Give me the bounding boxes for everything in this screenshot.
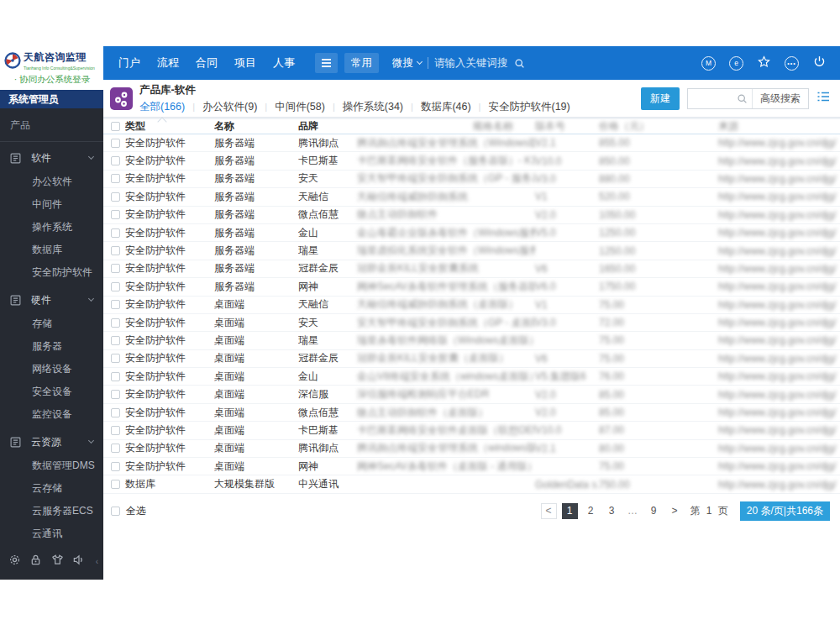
table-row[interactable]: 安全防护软件 服务器端 微点佰慧 微点主动防御软件 V2.0 1050.00 h… bbox=[103, 207, 840, 224]
select-all-control[interactable]: 全选 bbox=[111, 504, 146, 518]
table-row[interactable]: 安全防护软件 桌面端 冠群金辰 冠群金辰KILL安全胶囊（桌面版） V6 75.… bbox=[103, 350, 840, 368]
tab-5[interactable]: 安全防护软件(19) bbox=[488, 100, 570, 114]
table-row[interactable]: 安全防护软件 桌面端 金山 金山V8终端安全系统（windows桌面版） V5.… bbox=[103, 368, 840, 386]
table-row[interactable]: 安全防护软件 服务器端 网神 网神SecAV杀毒软件管理系统（服务器版） V6.… bbox=[103, 278, 840, 296]
advanced-search-button[interactable]: 高级搜索 bbox=[752, 89, 808, 108]
table-row[interactable]: 安全防护软件 桌面端 网神 网神SecAV杀毒软件（桌面版 - 通用版） 75.… bbox=[103, 458, 840, 475]
row-checkbox[interactable] bbox=[111, 372, 120, 381]
row-checkbox[interactable] bbox=[111, 139, 120, 148]
col-header-spec[interactable]: 规格名称 bbox=[357, 119, 535, 134]
table-row[interactable]: 安全防护软件 桌面端 腾讯御点 腾讯御点终端安全管理系统（windows版）- … bbox=[103, 440, 840, 458]
menu-hamburger-button[interactable] bbox=[315, 53, 338, 73]
page-button-3[interactable]: 3 bbox=[604, 503, 620, 519]
sidebar-item-1-4[interactable]: 监控设备 bbox=[0, 403, 103, 426]
lock-icon[interactable] bbox=[29, 554, 42, 570]
row-checkbox[interactable] bbox=[111, 318, 120, 328]
sidebar-collapse-icon[interactable]: ‹ bbox=[94, 557, 100, 566]
sidebar-item-2-3[interactable]: 云通讯 bbox=[0, 522, 103, 545]
favorites-menu-button[interactable]: 常用 bbox=[344, 53, 379, 73]
m-app-icon[interactable]: M bbox=[701, 56, 716, 71]
table-row[interactable]: 安全防护软件 服务器端 瑞星 瑞星虚拟化系统安全软件（Windows服务器版） … bbox=[103, 242, 840, 260]
sidebar-item-1-1[interactable]: 服务器 bbox=[0, 335, 103, 358]
table-row[interactable]: 安全防护软件 桌面端 天融信 天融信终端威胁防御系统（桌面版） V1 75.00… bbox=[103, 297, 840, 314]
table-row[interactable]: 安全防护软件 桌面端 瑞星 瑞星杀毒软件网络版（Windows桌面版） 75.0… bbox=[103, 332, 840, 349]
row-checkbox[interactable] bbox=[111, 426, 120, 435]
table-row[interactable]: 安全防护软件 服务器端 腾讯御点 腾讯御点终端安全管理系统（Windows版） … bbox=[103, 134, 840, 152]
sidebar-item-1-0[interactable]: 存储 bbox=[0, 312, 103, 335]
nav-item-4[interactable]: 人事 bbox=[265, 46, 303, 80]
row-checkbox[interactable] bbox=[111, 480, 120, 489]
sidebar-item-0-1[interactable]: 中间件 bbox=[0, 193, 103, 216]
row-checkbox[interactable] bbox=[111, 156, 120, 165]
tab-4[interactable]: 数据库(46) bbox=[421, 100, 471, 114]
table-row[interactable]: 数据库 大规模集群版 中兴通讯 GoldenData s… 750.00 htt… bbox=[103, 475, 840, 493]
oa-login-link[interactable]: · 协同办公系统登录 bbox=[4, 74, 100, 86]
row-checkbox[interactable] bbox=[111, 264, 120, 273]
nav-item-0[interactable]: 门户 bbox=[110, 46, 149, 80]
row-checkbox[interactable] bbox=[111, 174, 120, 183]
settings-gear-icon[interactable] bbox=[8, 554, 21, 570]
page-button-2[interactable]: 2 bbox=[583, 503, 599, 519]
table-row[interactable]: 安全防护软件 服务器端 天融信 天融信终端威胁防御系统 V1 520.00 ht… bbox=[103, 188, 840, 206]
row-checkbox[interactable] bbox=[111, 354, 120, 363]
search-icon[interactable] bbox=[737, 93, 748, 104]
row-checkbox[interactable] bbox=[111, 210, 120, 219]
table-row[interactable]: 安全防护软件 服务器端 金山 金山毒霸企业版杀毒软件（Windows服务器版） … bbox=[103, 224, 840, 242]
table-row[interactable]: 安全防护软件 桌面端 安天 安天智甲终端安全防御系统（GP - 桌面版） V3.… bbox=[103, 314, 840, 332]
nav-item-2[interactable]: 合同 bbox=[187, 46, 226, 80]
col-header-source[interactable]: 来源 bbox=[718, 119, 840, 134]
sidebar-group-0[interactable]: 软件 bbox=[0, 145, 103, 171]
tab-1[interactable]: 办公软件(9) bbox=[202, 100, 257, 114]
row-checkbox[interactable] bbox=[111, 390, 120, 399]
row-checkbox[interactable] bbox=[111, 228, 120, 238]
col-header-version[interactable]: 版本号 bbox=[535, 119, 599, 134]
tab-3[interactable]: 操作系统(34) bbox=[343, 100, 403, 114]
theme-shirt-icon[interactable] bbox=[51, 554, 64, 570]
page-button-1[interactable]: 1 bbox=[562, 503, 578, 519]
more-options-icon[interactable]: ••• bbox=[785, 56, 799, 71]
col-header-price[interactable]: 价格（元） bbox=[599, 119, 718, 134]
tab-0[interactable]: 全部(166) bbox=[139, 100, 185, 114]
search-scope-dropdown[interactable]: 微搜 bbox=[392, 56, 422, 71]
sound-speaker-icon[interactable] bbox=[72, 554, 85, 570]
tab-2[interactable]: 中间件(58) bbox=[275, 100, 325, 114]
table-row[interactable]: 安全防护软件 桌面端 深信服 深信服终端检测响应平台EDR V2.0 85.00… bbox=[103, 386, 840, 403]
sidebar-item-2-1[interactable]: 云存储 bbox=[0, 477, 103, 500]
row-checkbox[interactable] bbox=[111, 282, 120, 291]
power-logout-icon[interactable] bbox=[812, 55, 827, 72]
col-header-type[interactable]: 类型 bbox=[125, 119, 214, 134]
sidebar-group-2[interactable]: 云资源 bbox=[0, 429, 103, 454]
search-icon[interactable] bbox=[514, 58, 525, 69]
sidebar-item-1-2[interactable]: 网络设备 bbox=[0, 358, 103, 381]
sidebar-section-product[interactable]: 产品 bbox=[0, 108, 103, 141]
row-checkbox[interactable] bbox=[111, 192, 120, 202]
row-checkbox[interactable] bbox=[111, 408, 120, 417]
table-row[interactable]: 安全防护软件 桌面端 微点佰慧 微点主动防御软件（桌面版） V2.0 85.00… bbox=[103, 404, 840, 422]
sidebar-item-1-3[interactable]: 安全设备 bbox=[0, 381, 103, 403]
favorite-star-icon[interactable] bbox=[757, 55, 771, 72]
col-header-brand[interactable]: 品牌 bbox=[298, 119, 357, 134]
sidebar-item-0-2[interactable]: 操作系统 bbox=[0, 216, 103, 239]
table-row[interactable]: 安全防护软件 服务器端 卡巴斯基 卡巴斯基网络安全软件（服务器版）- K10… … bbox=[103, 152, 840, 170]
row-checkbox[interactable] bbox=[111, 300, 120, 309]
keyword-search-input[interactable] bbox=[434, 57, 508, 69]
sidebar-item-0-0[interactable]: 办公软件 bbox=[0, 171, 103, 193]
table-search-input[interactable] bbox=[688, 89, 737, 108]
feedback-icon[interactable]: e bbox=[729, 56, 743, 71]
new-button[interactable]: 新建 bbox=[641, 87, 680, 110]
select-all-checkbox[interactable] bbox=[111, 122, 120, 131]
nav-item-1[interactable]: 流程 bbox=[149, 46, 187, 80]
page-size-badge[interactable]: 20 条/页|共166条 bbox=[740, 501, 830, 521]
sidebar-group-1[interactable]: 硬件 bbox=[0, 287, 103, 312]
list-view-icon[interactable] bbox=[816, 90, 830, 107]
sidebar-item-0-3[interactable]: 数据库 bbox=[0, 239, 103, 261]
row-checkbox[interactable] bbox=[111, 444, 120, 453]
page-button-9[interactable]: 9 bbox=[646, 503, 662, 519]
prev-page-button[interactable]: < bbox=[541, 503, 557, 519]
table-row[interactable]: 安全防护软件 服务器端 安天 安天智甲终端安全防御系统（GP - 服务器版） V… bbox=[103, 171, 840, 188]
sidebar-item-0-4[interactable]: 安全防护软件 bbox=[0, 261, 103, 284]
sidebar-item-2-0[interactable]: 数据管理DMS bbox=[0, 454, 103, 477]
col-header-name[interactable]: 名称 bbox=[214, 119, 298, 134]
row-checkbox[interactable] bbox=[111, 246, 120, 255]
select-all-checkbox[interactable] bbox=[111, 507, 120, 516]
